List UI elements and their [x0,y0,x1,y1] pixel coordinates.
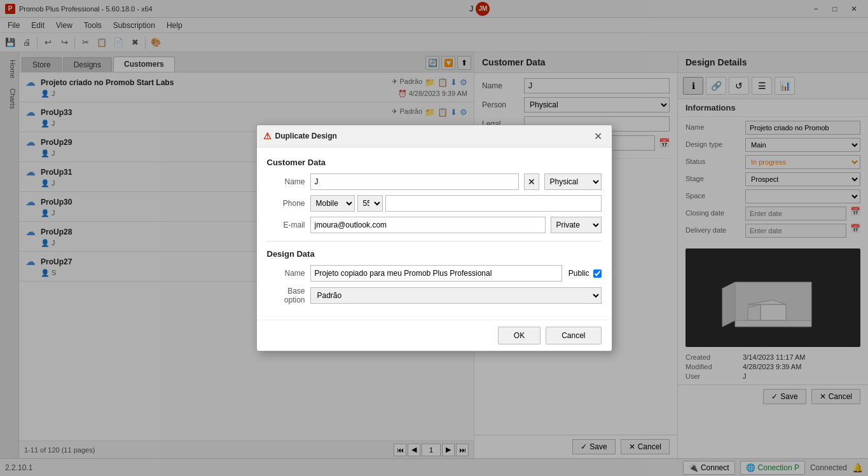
warning-icon: ⚠ [263,131,272,141]
modal-divider [267,241,602,241]
modal-design-name-label: Name [267,269,305,278]
modal-email-row: E-mail Private Public [267,217,602,233]
duplicate-design-modal: ⚠ Duplicate Design ✕ Customer Data Name … [256,125,612,351]
public-checkbox[interactable] [593,269,602,278]
modal-name-input[interactable] [310,173,519,190]
modal-base-option-label: Base option [267,287,305,304]
modal-base-option-row: Base option Padrão [267,287,602,304]
modal-name-row: Name ✕ Physical Legal [267,173,602,190]
modal-design-name-input[interactable] [310,265,562,282]
phone-type-select[interactable]: Mobile Home Work [310,195,355,212]
modal-titlebar: ⚠ Duplicate Design ✕ [257,125,612,147]
modal-name-clear-button[interactable]: ✕ [524,173,539,190]
modal-phone-row: Phone Mobile Home Work 55 [267,195,602,212]
modal-ok-button[interactable]: OK [498,327,541,344]
modal-body: Customer Data Name ✕ Physical Legal Phon… [257,147,612,320]
modal-base-option-select[interactable]: Padrão [310,287,602,304]
modal-design-name-row: Name Public [267,265,602,282]
design-name-with-checkbox: Public [310,265,602,282]
email-privacy-select[interactable]: Private Public [551,217,602,233]
phone-row: Mobile Home Work 55 [310,195,602,212]
public-label: Public [568,269,589,278]
phone-code-select[interactable]: 55 [357,195,383,212]
modal-cancel-button[interactable]: Cancel [546,327,601,344]
modal-customer-section-title: Customer Data [267,158,602,167]
modal-design-section-title: Design Data [267,249,602,259]
modal-email-input[interactable] [310,217,546,233]
modal-phone-label: Phone [267,199,305,208]
modal-name-label: Name [267,177,305,186]
modal-email-label: E-mail [267,221,305,229]
modal-close-button[interactable]: ✕ [591,129,605,143]
modal-footer: OK Cancel [257,320,612,351]
modal-title: ⚠ Duplicate Design [263,131,337,141]
modal-person-type-select[interactable]: Physical Legal [544,173,602,190]
phone-number-input[interactable] [385,195,602,212]
modal-overlay: ⚠ Duplicate Design ✕ Customer Data Name … [0,0,868,476]
